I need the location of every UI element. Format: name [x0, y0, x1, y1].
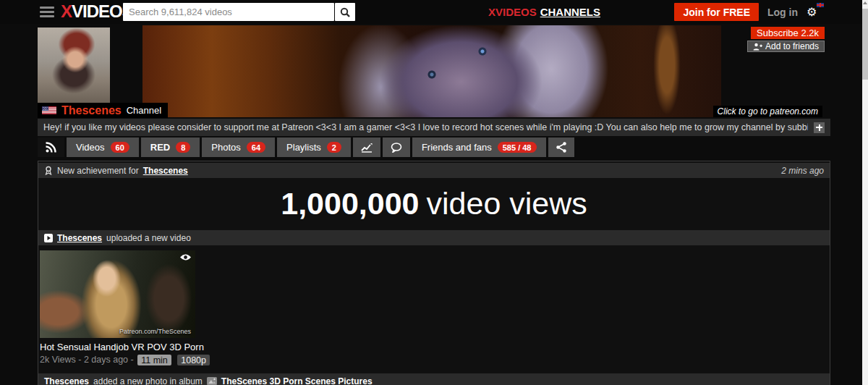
upload-channel-link[interactable]: Thescenes — [57, 233, 102, 243]
top-bar: XVIDEOS XVIDEOSCHANNELS Join for FREE Lo… — [0, 0, 862, 24]
achievement-prefix: New achievement for — [57, 166, 139, 176]
achievement-suffix: video views — [427, 186, 587, 221]
tab-activity-rss[interactable] — [38, 138, 64, 157]
channel-avatar[interactable] — [38, 28, 110, 103]
tab-friends-count: 585 / 48 — [498, 142, 537, 153]
language-flag-icon — [817, 3, 824, 7]
site-logo[interactable]: XVIDEOS — [61, 1, 133, 22]
achievement-event-row: New achievement for Thescenes 2 mins ago — [38, 163, 830, 178]
achievement-headline: 1,000,000video views — [38, 178, 830, 230]
video-duration-badge: 11 min — [137, 355, 171, 365]
login-link[interactable]: Log in — [767, 7, 798, 18]
top-right-actions: Join for FREE Log in ⚙ — [674, 3, 820, 21]
channel-description-bar: Hey! if you like my videos please consid… — [38, 119, 830, 136]
tab-playlists[interactable]: Playlists 2 — [277, 138, 351, 157]
subscribe-button[interactable]: Subscribe 2.2k — [751, 27, 825, 39]
logo-x: X — [61, 1, 72, 21]
search-button[interactable] — [335, 3, 355, 21]
add-to-friends-label: Add to friends — [765, 41, 819, 51]
tab-comments[interactable] — [383, 138, 410, 157]
share-icon — [556, 142, 566, 153]
video-meta-text: 2k Views - 2 days ago - — [40, 355, 134, 365]
settings-button[interactable]: ⚙ — [807, 6, 820, 19]
video-card[interactable]: Patreon.com/TheScenes Hot Sensual Handjo… — [40, 250, 195, 365]
tab-friends-label: Friends and fans — [422, 142, 492, 153]
comment-bubble-icon — [391, 143, 402, 153]
video-thumbnail[interactable]: Patreon.com/TheScenes — [40, 250, 195, 338]
tab-playlists-label: Playlists — [286, 142, 321, 153]
search-form — [123, 3, 355, 21]
tab-videos-label: Videos — [76, 142, 105, 153]
activity-feed-panel: New achievement for Thescenes 2 mins ago… — [38, 161, 830, 385]
menu-icon[interactable] — [40, 7, 54, 17]
page: XVIDEOS XVIDEOSCHANNELS Join for FREE Lo… — [0, 0, 868, 385]
channels-label: CHANNELS — [540, 6, 600, 18]
upload-event-row: Thescenes uploaded a new video — [38, 230, 830, 245]
us-flag-icon — [42, 106, 56, 114]
gear-icon: ⚙ — [807, 6, 817, 18]
video-meta: 2k Views - 2 days ago - 11 min 1080p — [40, 355, 195, 365]
upload-action: uploaded a new video — [106, 233, 191, 243]
tab-red-count: 8 — [176, 142, 190, 153]
join-for-free-button[interactable]: Join for FREE — [674, 3, 759, 21]
rss-icon — [46, 142, 56, 153]
achievement-time: 2 mins ago — [781, 166, 824, 176]
achievement-medal-icon — [44, 166, 53, 175]
video-title[interactable]: Hot Sensual Handjob VR POV 3D Porn — [40, 342, 195, 352]
expand-description-button[interactable] — [814, 122, 825, 133]
channel-tabs: Videos 60 RED 8 Photos 64 Playlists 2 Fr… — [38, 138, 576, 157]
channels-brand-text: XVIDEOS — [488, 6, 537, 18]
tab-photos-count: 64 — [247, 142, 265, 153]
achievement-value: 1,000,000 — [281, 186, 419, 221]
scrollbar-thumb[interactable] — [862, 9, 868, 80]
tab-share[interactable] — [548, 138, 574, 157]
channel-description: Hey! if you like my videos please consid… — [43, 122, 808, 132]
photo-event-row: Thescenes added a new photo in album The… — [38, 373, 830, 385]
search-input[interactable] — [123, 3, 334, 21]
tab-red[interactable]: RED 8 — [141, 138, 200, 157]
channel-suffix: Channel — [127, 105, 161, 116]
channel-name-bar: Thescenes Channel — [38, 103, 168, 118]
tab-videos-count: 60 — [111, 142, 129, 153]
tab-friends-and-fans[interactable]: Friends and fans 585 / 48 — [412, 138, 546, 157]
thumbnail-watermark: Patreon.com/TheScenes — [119, 328, 191, 335]
add-friend-icon — [753, 43, 762, 51]
play-video-icon — [44, 234, 53, 242]
photo-action: added a new photo in album — [93, 376, 203, 385]
search-icon — [340, 7, 350, 17]
stats-chart-icon — [361, 143, 373, 153]
channels-link[interactable]: XVIDEOSCHANNELS — [488, 6, 600, 18]
scrollbar-up-icon[interactable] — [863, 1, 867, 4]
tab-videos[interactable]: Videos 60 — [67, 138, 139, 157]
channel-banner[interactable] — [142, 25, 721, 117]
photo-album-link[interactable]: TheScenes 3D Porn Scenes Pictures — [221, 376, 373, 385]
photo-channel-link[interactable]: Thescenes — [44, 376, 89, 385]
tab-photos-label: Photos — [211, 142, 240, 153]
patreon-note[interactable]: Click to go to patreon.com — [713, 106, 822, 117]
add-to-friends-button[interactable]: Add to friends — [747, 41, 825, 52]
scrollbar[interactable] — [862, 0, 868, 385]
channel-name[interactable]: Thescenes — [61, 104, 122, 117]
tab-playlists-count: 2 — [327, 142, 341, 153]
achievement-channel-link[interactable]: Thescenes — [143, 166, 188, 176]
tab-red-label: RED — [150, 142, 170, 153]
tab-stats[interactable] — [353, 138, 380, 157]
tab-photos[interactable]: Photos 64 — [202, 138, 275, 157]
photo-album-icon — [207, 377, 217, 385]
banner-actions: Subscribe 2.2k Add to friends — [747, 27, 825, 52]
video-quality-badge: 1080p — [177, 355, 210, 365]
preview-eye-icon[interactable] — [179, 253, 192, 261]
